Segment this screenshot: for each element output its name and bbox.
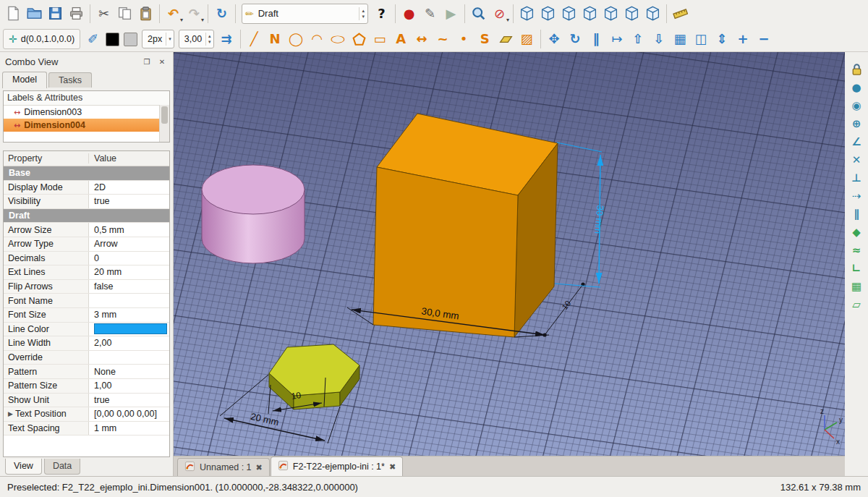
property-value[interactable]: 3 mm — [89, 308, 169, 322]
draft-downgrade[interactable]: ⇩ — [649, 29, 670, 50]
draft-remove-point[interactable]: − — [754, 29, 775, 50]
property-row-flip-arrows[interactable]: Flip Arrowsfalse — [4, 280, 169, 294]
property-value[interactable]: 0 — [89, 252, 169, 266]
draft-rotate[interactable]: ↻ — [565, 29, 586, 50]
view-front[interactable] — [537, 3, 558, 24]
construction-mode-toggle[interactable]: ✐ — [82, 29, 103, 50]
view-right[interactable] — [579, 3, 600, 24]
tab-data[interactable]: Data — [44, 459, 80, 475]
snap-center[interactable]: ⊕ — [847, 115, 866, 132]
snap-intersection[interactable]: ✕ — [847, 151, 866, 169]
measure-distance[interactable] — [670, 3, 691, 24]
cylinder-object[interactable] — [202, 165, 305, 263]
property-value[interactable]: [0,00 0,00 0,00] — [89, 407, 169, 421]
snap-parallel[interactable]: ∥ — [847, 205, 866, 223]
print-document[interactable] — [66, 3, 87, 24]
workbench-selector[interactable]: ✏Draft▴▾ — [242, 4, 368, 24]
property-value[interactable]: true — [89, 394, 169, 407]
view-top[interactable] — [558, 3, 579, 24]
draft-move[interactable]: ✥ — [544, 29, 565, 50]
tree-item-dimension003[interactable]: ↔Dimension003 — [4, 106, 169, 119]
property-value[interactable] — [89, 323, 169, 336]
snap-near[interactable]: ≈ — [847, 242, 866, 259]
property-value[interactable]: None — [89, 365, 169, 378]
snap-lock[interactable] — [847, 61, 866, 78]
view-left[interactable] — [642, 3, 663, 24]
property-row-override[interactable]: Override — [4, 351, 169, 365]
draft-polygon[interactable] — [349, 29, 370, 50]
property-row-pattern-size[interactable]: Pattern Size1,00 — [4, 379, 169, 394]
property-row-text-spacing[interactable]: Text Spacing1 mm — [4, 422, 169, 436]
draft-circle[interactable]: ◯ — [286, 29, 307, 50]
view-isometric[interactable] — [516, 3, 537, 24]
snap-grid[interactable]: ▦ — [847, 278, 866, 295]
cube-object[interactable] — [373, 114, 558, 337]
new-document[interactable] — [3, 3, 24, 24]
line-width-combo[interactable]: 2px ▾ — [142, 30, 174, 48]
property-row-pattern[interactable]: PatternNone — [4, 365, 169, 379]
property-row-font-size[interactable]: Font Size3 mm — [4, 308, 169, 323]
draft-polyline[interactable]: N — [265, 29, 286, 50]
draft-offset[interactable]: ∥ — [586, 29, 607, 50]
draft-shapestring[interactable]: S — [475, 29, 495, 50]
draft-text[interactable]: A — [391, 29, 412, 50]
property-row-text-position[interactable]: ▶Text Position[0,00 0,00 0,00] — [4, 407, 169, 422]
close-tab-icon[interactable]: ✖ — [389, 462, 396, 472]
undo[interactable]: ↶▾ — [163, 3, 184, 24]
draft-upgrade[interactable]: ⇧ — [628, 29, 649, 50]
property-row-line-width[interactable]: Line Width2,00 — [4, 336, 169, 351]
open-document[interactable] — [24, 3, 45, 24]
property-row-font-name[interactable]: Font Name — [4, 294, 169, 308]
apply-style-button[interactable]: ⇉ — [216, 29, 237, 50]
draft-rectangle[interactable]: ▭ — [370, 29, 391, 50]
paste[interactable] — [135, 3, 156, 24]
property-group-base[interactable]: Base — [4, 166, 169, 181]
draft-arc[interactable]: ◠ — [307, 29, 328, 50]
macro-play[interactable]: ▶ — [441, 3, 461, 24]
snap-midpoint[interactable]: ◉ — [847, 97, 866, 114]
view-bottom[interactable] — [621, 3, 642, 24]
draft-scale[interactable]: ⇕ — [712, 29, 733, 50]
snap-extension[interactable]: ⇢ — [847, 187, 866, 205]
macro-edit[interactable]: ✎ — [420, 3, 441, 24]
save-document[interactable] — [45, 3, 66, 24]
draft-add-point[interactable]: + — [733, 29, 754, 50]
tree-scrollbar[interactable] — [159, 105, 169, 142]
property-value[interactable]: 2,00 — [89, 336, 169, 350]
property-group-draft[interactable]: Draft — [4, 209, 169, 224]
property-value[interactable]: true — [89, 195, 169, 208]
property-value[interactable]: false — [89, 280, 169, 294]
line-color-value-swatch[interactable] — [94, 323, 167, 334]
tab-tasks[interactable]: Tasks — [48, 72, 92, 88]
property-value[interactable]: 20 mm — [89, 266, 169, 279]
property-value[interactable] — [89, 351, 169, 365]
line-color-swatch[interactable] — [106, 33, 119, 46]
doc-tab-ejemplo[interactable]: F2-T22-ejemplo-ini : 1*✖ — [271, 456, 403, 476]
draft-bspline[interactable]: ~ — [433, 29, 454, 50]
view-rear[interactable] — [600, 3, 621, 24]
snap-endpoint[interactable]: ● — [847, 79, 866, 96]
macro-record[interactable]: ● — [399, 3, 420, 24]
close-tab-icon[interactable]: ✖ — [256, 463, 263, 472]
float-panel-button[interactable]: ❐ — [141, 56, 153, 67]
property-value[interactable]: 0,5 mm — [89, 223, 169, 237]
property-row-line-color[interactable]: Line Color — [4, 323, 169, 337]
draft-mirror[interactable]: ◫ — [691, 29, 712, 50]
coordinate-display-button[interactable]: ✛ d(0.0,1.0,0.0) — [3, 29, 80, 49]
snap-perpendicular[interactable]: ⊥ — [847, 169, 866, 187]
draft-ellipse[interactable]: ◯ — [328, 29, 349, 50]
face-color-swatch[interactable] — [124, 33, 137, 46]
copy[interactable] — [114, 3, 135, 24]
property-row-decimals[interactable]: Decimals0 — [4, 252, 169, 266]
cut[interactable]: ✂ — [93, 3, 114, 24]
snap-special[interactable]: ◆ — [847, 224, 866, 241]
draft-point[interactable]: • — [454, 29, 475, 50]
snap-working-plane[interactable]: ▱ — [847, 296, 866, 313]
property-row-display-mode[interactable]: Display Mode2D — [4, 181, 169, 195]
property-value[interactable]: Arrow — [89, 237, 169, 251]
refresh[interactable]: ↻ — [211, 3, 232, 24]
property-value[interactable]: 1 mm — [89, 422, 169, 436]
draft-facebinder[interactable] — [495, 29, 516, 50]
expander-icon[interactable]: ▶ — [8, 410, 13, 417]
tree-item-dimension004[interactable]: ↔Dimension004 — [4, 119, 169, 132]
